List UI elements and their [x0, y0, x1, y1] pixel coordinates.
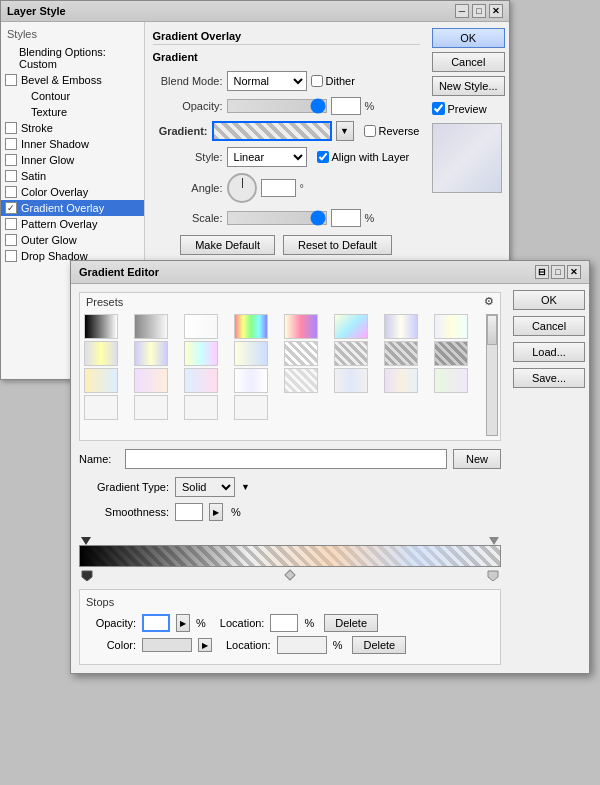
preset-swatch-15[interactable] [384, 341, 418, 366]
color-stop-right[interactable] [487, 569, 499, 583]
gradient-name-input[interactable]: Custom [125, 449, 447, 469]
sidebar-item-gradient-overlay[interactable]: Gradient Overlay [1, 200, 144, 216]
align-layer-checkbox[interactable] [317, 151, 329, 163]
preset-swatch-7[interactable] [384, 314, 418, 339]
preset-swatch-23[interactable] [384, 368, 418, 393]
drop-shadow-checkbox[interactable] [5, 250, 17, 262]
outer-glow-checkbox[interactable] [5, 234, 17, 246]
ok-button[interactable]: OK [432, 28, 506, 48]
preset-swatch-2[interactable] [134, 314, 168, 339]
preset-swatch-21[interactable] [284, 368, 318, 393]
window-controls: ─ □ ✕ [455, 4, 503, 18]
sidebar-item-texture[interactable]: Texture [1, 104, 144, 120]
smoothness-input[interactable]: 100 [175, 503, 203, 521]
preset-swatch-26[interactable] [134, 395, 168, 420]
bevel-checkbox[interactable] [5, 74, 17, 86]
preset-swatch-18[interactable] [134, 368, 168, 393]
preset-swatch-3[interactable] [184, 314, 218, 339]
preset-swatch-24[interactable] [434, 368, 468, 393]
sidebar-item-inner-shadow[interactable]: Inner Shadow [1, 136, 144, 152]
gradient-dropdown-btn[interactable]: ▼ [336, 121, 354, 141]
inner-shadow-checkbox[interactable] [5, 138, 17, 150]
close-btn[interactable]: ✕ [489, 4, 503, 18]
preset-swatch-9[interactable] [84, 341, 118, 366]
preset-swatch-4[interactable] [234, 314, 268, 339]
ge-cancel-button[interactable]: Cancel [513, 316, 585, 336]
opacity-slider[interactable] [227, 99, 327, 113]
maximize-btn[interactable]: □ [472, 4, 486, 18]
color-stop-swatch[interactable] [142, 638, 192, 652]
color-delete-button[interactable]: Delete [352, 636, 406, 654]
preset-swatch-1[interactable] [84, 314, 118, 339]
ge-maximize-btn[interactable]: □ [551, 265, 565, 279]
ge-load-button[interactable]: Load... [513, 342, 585, 362]
sidebar-item-pattern-overlay[interactable]: Pattern Overlay [1, 216, 144, 232]
blend-mode-select[interactable]: Normal [227, 71, 307, 91]
ge-close-btn[interactable]: ✕ [567, 265, 581, 279]
presets-scrollbar[interactable] [486, 314, 498, 436]
preset-swatch-17[interactable] [84, 368, 118, 393]
preset-swatch-16[interactable] [434, 341, 468, 366]
preset-swatch-28[interactable] [234, 395, 268, 420]
sidebar-item-satin[interactable]: Satin [1, 168, 144, 184]
minimize-btn[interactable]: ─ [455, 4, 469, 18]
reset-to-default-button[interactable]: Reset to Default [283, 235, 392, 255]
preset-swatch-19[interactable] [184, 368, 218, 393]
preset-swatch-20[interactable] [234, 368, 268, 393]
preset-swatch-22[interactable] [334, 368, 368, 393]
gradient-overlay-checkbox[interactable] [5, 202, 17, 214]
stroke-checkbox[interactable] [5, 122, 17, 134]
sidebar-item-stroke[interactable]: Stroke [1, 120, 144, 136]
ge-ok-button[interactable]: OK [513, 290, 585, 310]
color-stop-left[interactable] [81, 569, 93, 583]
satin-checkbox[interactable] [5, 170, 17, 182]
opacity-stop-right[interactable] [489, 537, 499, 545]
new-style-button[interactable]: New Style... [432, 76, 506, 96]
opacity-delete-button[interactable]: Delete [324, 614, 378, 632]
opacity-stop-left[interactable] [81, 537, 91, 545]
preset-swatch-14[interactable] [334, 341, 368, 366]
preset-swatch-13[interactable] [284, 341, 318, 366]
pattern-overlay-checkbox[interactable] [5, 218, 17, 230]
sidebar-item-contour[interactable]: Contour [1, 88, 144, 104]
preview-checkbox[interactable] [432, 102, 445, 115]
inner-glow-checkbox[interactable] [5, 154, 17, 166]
sidebar-item-blending[interactable]: Blending Options: Custom [1, 44, 144, 72]
opacity-stop-input[interactable]: 0 [142, 614, 170, 632]
dither-checkbox[interactable] [311, 75, 323, 87]
sidebar-item-color-overlay[interactable]: Color Overlay [1, 184, 144, 200]
preset-swatch-12[interactable] [234, 341, 268, 366]
sidebar-item-bevel[interactable]: Bevel & Emboss [1, 72, 144, 88]
sidebar-item-outer-glow[interactable]: Outer Glow [1, 232, 144, 248]
preset-swatch-27[interactable] [184, 395, 218, 420]
reverse-checkbox[interactable] [364, 125, 376, 137]
preset-swatch-5[interactable] [284, 314, 318, 339]
opacity-input[interactable]: 100 [331, 97, 361, 115]
presets-gear-icon[interactable]: ⚙ [484, 295, 494, 308]
angle-circle[interactable] [227, 173, 257, 203]
ge-minimize-btn[interactable]: ⊟ [535, 265, 549, 279]
color-location-input[interactable] [277, 636, 327, 654]
gradient-type-select[interactable]: Solid [175, 477, 235, 497]
style-select[interactable]: Linear [227, 147, 307, 167]
opacity-stop-stepper[interactable]: ▶ [176, 614, 190, 632]
preset-swatch-10[interactable] [134, 341, 168, 366]
color-stop-arrow[interactable]: ▶ [198, 638, 212, 652]
scale-slider[interactable] [227, 211, 327, 225]
gradient-new-button[interactable]: New [453, 449, 501, 469]
gradient-preview-box[interactable] [212, 121, 332, 141]
sidebar-item-inner-glow[interactable]: Inner Glow [1, 152, 144, 168]
preset-swatch-8[interactable] [434, 314, 468, 339]
preset-swatch-11[interactable] [184, 341, 218, 366]
gradient-bar[interactable] [79, 545, 501, 567]
ge-save-button[interactable]: Save... [513, 368, 585, 388]
color-overlay-checkbox[interactable] [5, 186, 17, 198]
preset-swatch-25[interactable] [84, 395, 118, 420]
smoothness-stepper[interactable]: ▶ [209, 503, 223, 521]
angle-input[interactable]: 90 [261, 179, 296, 197]
make-default-button[interactable]: Make Default [180, 235, 275, 255]
preset-swatch-6[interactable] [334, 314, 368, 339]
scale-input[interactable]: 100 [331, 209, 361, 227]
cancel-button[interactable]: Cancel [432, 52, 506, 72]
opacity-location-input[interactable]: 0 [270, 614, 298, 632]
